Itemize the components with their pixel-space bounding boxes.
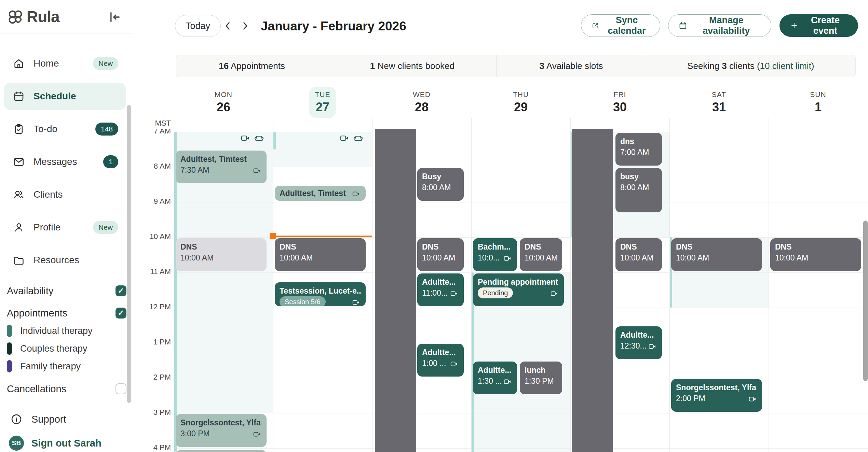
day-number: 1	[815, 100, 822, 114]
calendar-event[interactable]: DNS10:00 AM	[770, 238, 861, 271]
calendar-event[interactable]: busy8:00 AM	[615, 168, 662, 212]
calendar-event[interactable]: Adultte...12:30...	[615, 326, 662, 359]
calendar-event[interactable]: DNS10:00 AM	[615, 238, 662, 271]
calendar-event[interactable]: DNS10:00 AM	[520, 238, 562, 271]
day-header-sun[interactable]: SUN1	[769, 86, 868, 119]
sidebar-item-messages[interactable]: Messages1	[4, 148, 126, 175]
sidebar-item-clients[interactable]: Clients	[4, 181, 126, 208]
availability-filter-checkbox[interactable]: ✓	[116, 285, 126, 296]
main-scrollbar[interactable]	[863, 221, 868, 381]
timezone-label: MST	[147, 119, 171, 128]
legend-color-swatch	[7, 325, 12, 337]
legend-label: Individual therapy	[20, 326, 93, 336]
calendar-event[interactable]: Pending appointmentPending	[473, 273, 564, 306]
sign-out-button[interactable]: SB Sign out Sarah	[9, 436, 101, 451]
calendar-grid: 7 AM8 AM9 AM10 AM11 AM12 PM1 PM2 PM3 PM4…	[133, 129, 868, 452]
legend-item: Family therapy	[7, 359, 123, 373]
current-time-line	[273, 236, 372, 237]
day-header-sat[interactable]: SAT31	[669, 86, 769, 119]
day-header-tue[interactable]: TUE27	[273, 86, 372, 119]
calendar-event[interactable]: Adulttest, Timtest	[275, 186, 366, 201]
calendar-event[interactable]: Adultte...1:30 ...	[473, 362, 517, 394]
calendar-event[interactable]: Busy8:00 AM	[417, 168, 464, 201]
divider	[0, 405, 133, 405]
video-icon	[449, 289, 459, 297]
busy-block[interactable]	[572, 129, 613, 452]
video-icon	[351, 298, 361, 306]
calendar-event[interactable]: Adultte...1:00 ...	[417, 344, 464, 377]
video-icon	[252, 166, 262, 174]
video-icon	[340, 134, 349, 143]
day-header-fri[interactable]: FRI30	[570, 86, 669, 119]
video-icon	[351, 189, 361, 197]
current-time-handle[interactable]	[270, 233, 276, 239]
busy-block[interactable]	[375, 129, 416, 452]
day-name: TUE	[315, 90, 330, 99]
calendar-event[interactable]: dns7:00 AM	[615, 133, 662, 166]
calendar-event[interactable]: Testsession, Lucet-e...Session 5/6	[275, 282, 366, 306]
calendar-event[interactable]: DNS10:00 AM	[417, 238, 464, 271]
time-label: 8 AM	[133, 162, 171, 171]
day-name: MON	[215, 90, 232, 99]
event-title: DNS	[775, 241, 856, 252]
button-label: Manage availability	[692, 15, 761, 36]
event-title: lunch	[525, 365, 557, 376]
badge: 1	[103, 155, 118, 168]
next-week-icon[interactable]	[239, 19, 252, 33]
sidebar-item-support[interactable]: Support	[10, 413, 66, 425]
event-time: 7:00 AM	[620, 147, 649, 158]
column-service-icons	[340, 134, 363, 143]
time-label: 3 PM	[133, 408, 171, 417]
info-icon	[10, 413, 23, 425]
event-title: DNS	[620, 241, 657, 252]
appointments-filter-checkbox[interactable]: ✓	[116, 308, 126, 319]
sidebar-item-home[interactable]: HomeNew	[4, 50, 126, 77]
legend-color-swatch	[7, 360, 12, 372]
sync-calendar-button[interactable]: Sync calendar	[581, 14, 660, 37]
day-number: 26	[217, 100, 230, 114]
time-label: 1 PM	[133, 338, 171, 347]
sidebar-scrollbar[interactable]	[127, 105, 131, 403]
clipboard-icon	[13, 123, 25, 135]
event-time: 10:00 AM	[676, 252, 709, 263]
column-divider	[372, 129, 372, 452]
sidebar-item-profile[interactable]: ProfileNew	[4, 214, 126, 241]
event-title: Busy	[422, 171, 459, 182]
logo-text: Rula	[27, 8, 59, 26]
day-header-mon[interactable]: MON26	[174, 86, 273, 119]
day-header-thu[interactable]: THU29	[471, 86, 570, 119]
legend-color-swatch	[7, 342, 12, 355]
calendar-event[interactable]: Adulttest, Timtest7:30 AM	[176, 151, 267, 183]
cancellations-filter-checkbox[interactable]	[116, 383, 126, 394]
video-icon	[449, 359, 459, 367]
calendar-event[interactable]: DNS10:00 AM	[671, 238, 762, 271]
calendar-event[interactable]: Bachm...10:0...	[473, 238, 517, 271]
event-time: 8:00 AM	[422, 182, 451, 193]
stats-bar: 16 Appointments1 New clients booked3 Ava…	[176, 55, 856, 77]
calendar-event[interactable]: Adultte...11:00...	[417, 273, 464, 306]
calendar-event[interactable]: Snorgelssontest, Ylfa2:00 PM	[671, 379, 762, 412]
create-event-button[interactable]: Create event	[779, 14, 858, 37]
users-icon	[13, 189, 25, 200]
calendar-event[interactable]	[176, 450, 267, 452]
calendar-event[interactable]: lunch1:30 PM	[520, 362, 562, 394]
manage-availability-button[interactable]: Manage availability	[668, 14, 771, 37]
calendar-event[interactable]: DNS10:00 AM	[176, 238, 267, 271]
calendar-event[interactable]: DNS10:00 AM	[275, 238, 366, 271]
prev-week-icon[interactable]	[221, 19, 234, 33]
event-title: Adulttest, Timtest	[280, 188, 346, 199]
stat-cell: 3 Available slots	[497, 55, 646, 77]
today-button[interactable]: Today	[175, 15, 221, 37]
collapse-sidebar-icon[interactable]	[107, 10, 122, 25]
hour-gridline	[174, 308, 868, 308]
sidebar-item-to-do[interactable]: To-do148	[4, 115, 126, 143]
event-time: 2:00 PM	[676, 393, 705, 404]
calendar-event[interactable]: Snorgelssontest, Ylfa3:00 PM	[176, 414, 267, 447]
event-time: 10:00 AM	[280, 252, 313, 263]
day-header-wed[interactable]: WED28	[372, 86, 471, 119]
event-title: Adultte...	[620, 329, 657, 340]
sidebar-item-schedule[interactable]: Schedule	[4, 83, 126, 110]
sidebar-item-resources[interactable]: Resources	[4, 246, 126, 274]
client-limit-link[interactable]: 10 client limit	[760, 61, 811, 71]
hour-gridline	[174, 413, 868, 413]
